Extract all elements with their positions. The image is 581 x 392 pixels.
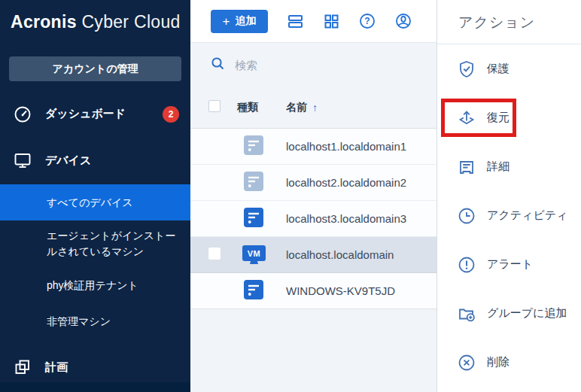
table-row[interactable]: WINDOWS-KV9T5JD xyxy=(190,273,437,309)
table-row[interactable]: localhost1.localdomain1 xyxy=(190,129,437,165)
monitor-icon xyxy=(13,150,32,170)
plus-icon: + xyxy=(223,15,230,28)
machine-offline-icon xyxy=(244,135,263,158)
sidebar-item-dashboard[interactable]: ダッシュボード 2 xyxy=(0,92,190,136)
column-header-type[interactable]: 種類 xyxy=(237,101,286,114)
sidebar-item-phy-tenant[interactable]: phy検証用テナント xyxy=(0,267,190,303)
device-table: localhost1.localdomain1 localhost2.local… xyxy=(190,129,437,309)
actions-panel-title: アクション xyxy=(437,0,581,32)
main-content: + 追加 ? xyxy=(190,0,437,392)
sort-ascending-icon[interactable]: ↑ xyxy=(312,102,318,114)
sidebar-item-label: 非管理マシン xyxy=(47,314,111,330)
action-alerts[interactable]: アラート xyxy=(437,240,581,289)
actions-panel: アクション 保護 復元 xyxy=(437,0,581,392)
search-icon xyxy=(211,56,225,74)
plans-icon xyxy=(13,357,32,377)
column-header-name[interactable]: 名前 xyxy=(286,101,307,114)
device-name: WINDOWS-KV9T5JD xyxy=(286,284,395,297)
action-details[interactable]: 詳細 xyxy=(437,142,581,191)
select-all-checkbox[interactable] xyxy=(208,100,221,112)
machine-online-icon xyxy=(244,280,263,302)
add-to-group-icon xyxy=(457,304,476,324)
help-icon[interactable]: ? xyxy=(358,12,376,30)
toolbar: + 追加 ? xyxy=(190,0,437,43)
machine-online-icon xyxy=(244,208,263,230)
dashboard-alert-badge: 2 xyxy=(163,106,179,123)
action-recover[interactable]: 復元 xyxy=(437,93,581,142)
sidebar-item-label: すべてのデバイス xyxy=(47,195,133,211)
vm-icon: VM xyxy=(242,245,266,264)
sidebar-bottom-strip xyxy=(0,382,190,392)
manage-account-button[interactable]: アカウントの管理 xyxy=(9,56,181,81)
sidebar-item-label: デバイス xyxy=(45,153,91,168)
shield-check-icon xyxy=(457,59,476,79)
sidebar-item-unmanaged-machines[interactable]: 非管理マシン xyxy=(0,303,190,339)
table-row[interactable]: localhost3.localdomain3 xyxy=(190,201,437,237)
sidebar: Acronis Cyber Cloud アカウントの管理 ダッシュボード 2 xyxy=(0,0,190,392)
sidebar-item-label: ダッシュボード xyxy=(45,107,126,121)
device-name: localhost2.localdomain2 xyxy=(286,176,406,189)
device-name: localhost1.localdomain1 xyxy=(286,140,406,153)
action-delete[interactable]: 削除 xyxy=(437,338,581,387)
table-row[interactable]: localhost2.localdomain2 xyxy=(190,165,437,201)
action-activities[interactable]: アクティビティ xyxy=(437,191,581,240)
sidebar-item-label: phy検証用テナント xyxy=(47,278,138,293)
sidebar-item-label: 計画 xyxy=(45,360,68,375)
machine-offline-icon xyxy=(244,172,263,194)
details-icon xyxy=(457,157,476,177)
alert-icon xyxy=(457,255,476,275)
search-bar xyxy=(190,43,437,87)
grid-view-icon[interactable] xyxy=(322,12,340,30)
gauge-icon xyxy=(13,105,32,124)
sidebar-nav: ダッシュボード 2 デバイス すべてのデバイス エージェントがインストールされて… xyxy=(0,92,190,389)
brand-logo-rest: Cyber Cloud xyxy=(77,12,181,32)
sidebar-item-machines-with-agents[interactable]: エージェントがインストールされているマシン xyxy=(0,220,190,267)
delete-icon xyxy=(457,353,476,372)
svg-text:?: ? xyxy=(364,16,370,26)
action-add-to-group[interactable]: グループに追加 xyxy=(437,289,581,338)
brand-logo: Acronis Cyber Cloud xyxy=(0,0,190,32)
search-input[interactable] xyxy=(235,59,400,71)
account-icon[interactable] xyxy=(394,12,412,30)
device-name: localhost.localdomain xyxy=(286,248,394,261)
recover-icon xyxy=(457,108,476,128)
sidebar-item-devices[interactable]: デバイス xyxy=(0,136,190,184)
action-protect[interactable]: 保護 xyxy=(437,44,581,93)
add-button[interactable]: + 追加 xyxy=(211,10,268,33)
device-name: localhost3.localdomain3 xyxy=(286,212,406,225)
row-checkbox[interactable] xyxy=(208,248,221,260)
activity-clock-icon xyxy=(457,206,476,226)
brand-logo-bold: Acronis xyxy=(11,12,77,32)
acronis-cyber-cloud-app: Acronis Cyber Cloud アカウントの管理 ダッシュボード 2 xyxy=(0,0,581,392)
table-row-selected[interactable]: VM localhost.localdomain xyxy=(190,237,437,273)
sidebar-item-all-devices[interactable]: すべてのデバイス xyxy=(0,184,190,220)
table-header: 種類 名前 ↑ xyxy=(190,87,437,129)
list-view-icon[interactable] xyxy=(286,12,304,30)
sidebar-item-label: エージェントがインストールされているマシン xyxy=(47,228,178,260)
